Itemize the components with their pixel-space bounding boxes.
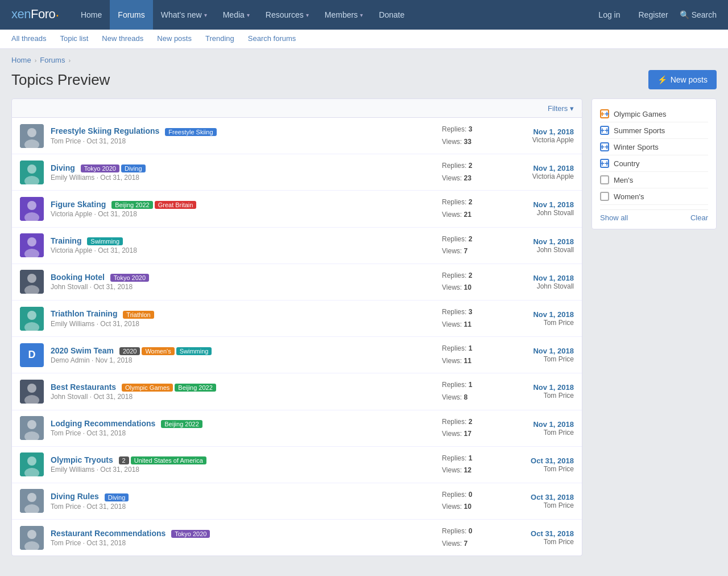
subnav-trending[interactable]: Trending [198, 30, 241, 48]
filter-item[interactable]: +Country [600, 155, 708, 172]
filter-checkbox[interactable]: + [600, 126, 609, 135]
thread-stats: Replies: 2 Views: 23 [442, 160, 499, 184]
thread-main: Olympic Tryouts 2United States of Americ… [51, 455, 435, 474]
thread-title[interactable]: Training [51, 236, 81, 245]
filter-footer: Show all Clear [600, 209, 708, 222]
show-all-link[interactable]: Show all [600, 213, 628, 222]
svg-point-7 [27, 201, 36, 210]
thread-stats: Replies: 3 Views: 33 [442, 124, 499, 148]
filter-item[interactable]: +Winter Sports [600, 139, 708, 155]
breadcrumb-home[interactable]: Home [11, 56, 31, 64]
filter-label: Country [614, 159, 640, 168]
filter-checkbox[interactable]: + [600, 159, 609, 168]
avatar [20, 197, 44, 221]
avatar: D [20, 343, 44, 367]
thread-title[interactable]: Diving [51, 163, 75, 172]
table-row: Diving Rules Diving Tom Price · Oct 31, … [12, 483, 582, 520]
tag: Olympic Games [122, 384, 173, 392]
thread-title[interactable]: Best Restaurants [51, 382, 116, 392]
subnav-search-forums[interactable]: Search forums [241, 30, 303, 48]
filter-label: Olympic Games [614, 110, 666, 118]
thread-title[interactable]: 2020 Swim Team [51, 346, 114, 355]
thread-meta: Tom Price · Oct 31, 2018 [51, 503, 435, 511]
tag: Beijing 2022 [161, 420, 202, 428]
new-posts-button[interactable]: ⚡ New posts [648, 70, 717, 89]
thread-meta: John Stovall · Oct 31, 2018 [51, 283, 435, 291]
filter-item[interactable]: Women's [600, 188, 708, 205]
thread-main: Freestyle Skiing Regulations Freestyle S… [51, 126, 435, 145]
thread-last-date: Nov 1, 2018 Tom Price [506, 420, 574, 437]
nav-resources[interactable]: Resources▾ [258, 0, 317, 30]
nav-home[interactable]: Home [73, 0, 110, 30]
avatar [20, 452, 44, 476]
thread-meta: Tom Price · Oct 31, 2018 [51, 137, 435, 145]
tag: Tokyo 2020 [110, 274, 149, 282]
svg-point-1 [27, 128, 36, 137]
svg-point-31 [27, 530, 36, 539]
nav-media[interactable]: Media▾ [215, 0, 258, 30]
avatar [20, 380, 44, 404]
thread-title[interactable]: Freestyle Skiing Regulations [51, 126, 159, 135]
thread-title[interactable]: Figure Skating [51, 200, 106, 209]
thread-last-date: Nov 1, 2018 John Stovall [506, 237, 574, 254]
nav-forums[interactable]: Forums [110, 0, 152, 30]
thread-title[interactable]: Booking Hotel [51, 273, 105, 282]
table-row: Diving Tokyo 2020Diving Emily Williams ·… [12, 154, 582, 191]
thread-last-date: Oct 31, 2018 Tom Price [506, 493, 574, 509]
tag: Great Britain [155, 201, 197, 209]
thread-stats: Replies: 2 Views: 17 [442, 416, 499, 441]
top-header: xenForo· Home Forums What's new▾ Media▾ … [0, 0, 728, 30]
tag: Beijing 2022 [175, 384, 216, 392]
bolt-icon: ⚡ [657, 75, 667, 84]
thread-stats: Replies: 0 Views: 7 [442, 525, 499, 550]
thread-title[interactable]: Olympic Tryouts [51, 455, 113, 464]
filter-checkbox[interactable]: + [600, 142, 609, 151]
thread-last-date: Nov 1, 2018 Tom Price [506, 383, 574, 400]
thread-title[interactable]: Diving Rules [51, 492, 99, 501]
svg-point-25 [27, 456, 36, 466]
subnav-topic-list[interactable]: Topic list [53, 30, 95, 48]
tag: Swimming [176, 347, 212, 355]
filter-item[interactable]: +Olympic Games [600, 106, 708, 122]
nav-whats-new[interactable]: What's new▾ [153, 0, 215, 30]
nav-members[interactable]: Members▾ [317, 0, 371, 30]
tag: 2020 [119, 347, 140, 355]
nav-donate[interactable]: Donate [371, 0, 412, 30]
filter-checkbox[interactable] [600, 192, 609, 201]
table-row: Triathlon Training Triathlon Emily Willi… [12, 301, 582, 337]
thread-stats: Replies: 3 Views: 11 [442, 306, 499, 331]
thread-stats: Replies: 0 Views: 10 [442, 489, 499, 513]
breadcrumb-forums[interactable]: Forums [40, 56, 65, 64]
clear-link[interactable]: Clear [690, 213, 708, 222]
thread-title[interactable]: Restaurant Recommendations [51, 529, 166, 538]
filter-item[interactable]: Men's [600, 172, 708, 188]
thread-meta: Demo Admin · Nov 1, 2018 [51, 356, 435, 364]
filters-button[interactable]: Filters ▾ [548, 104, 574, 113]
tag: Beijing 2022 [111, 201, 153, 209]
table-row: Freestyle Skiing Regulations Freestyle S… [12, 118, 582, 154]
thread-title[interactable]: Lodging Recommendations [51, 419, 155, 428]
subnav-new-posts[interactable]: New posts [150, 30, 198, 48]
subnav-new-threads[interactable]: New threads [95, 30, 150, 48]
filter-label: Women's [614, 192, 644, 201]
table-row: Training Swimming Victoria Apple · Oct 3… [12, 228, 582, 264]
table-row: Booking Hotel Tokyo 2020 John Stovall · … [12, 264, 582, 301]
svg-point-16 [27, 311, 36, 320]
thread-main: Best Restaurants Olympic GamesBeijing 20… [51, 382, 435, 401]
avatar [20, 124, 44, 148]
search-button[interactable]: 🔍 Search [680, 10, 717, 19]
filter-checkbox[interactable]: + [600, 109, 609, 118]
filter-label: Men's [614, 176, 633, 184]
tag: United States of America [131, 456, 206, 464]
sub-nav: All threads Topic list New threads New p… [0, 30, 728, 49]
filter-item[interactable]: +Summer Sports [600, 122, 708, 139]
thread-title[interactable]: Triathlon Training [51, 309, 117, 318]
filter-checkbox[interactable] [600, 175, 609, 184]
table-row: Lodging Recommendations Beijing 2022 Tom… [12, 410, 582, 447]
tag: Diving [121, 164, 146, 172]
subnav-all-threads[interactable]: All threads [11, 30, 53, 48]
login-button[interactable]: Log in [592, 7, 627, 23]
avatar [20, 489, 44, 513]
thread-last-date: Nov 1, 2018 Victoria Apple [506, 127, 574, 144]
register-button[interactable]: Register [632, 7, 675, 23]
